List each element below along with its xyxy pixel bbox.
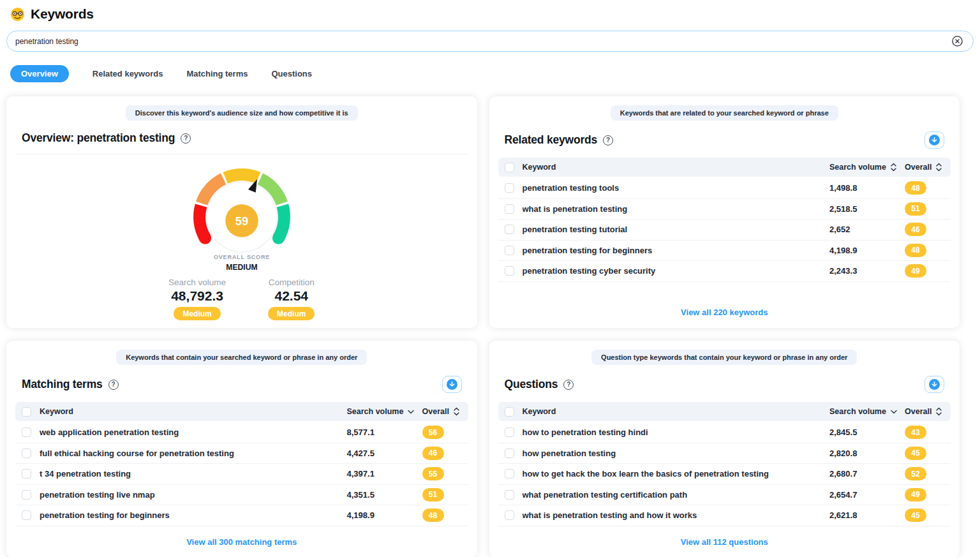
keyword-cell: what is penetration testing and how it w… xyxy=(523,510,830,520)
row-checkbox[interactable] xyxy=(505,225,514,234)
keyword-cell: what penetration testing certification p… xyxy=(523,490,830,500)
overall-score-badge: 51 xyxy=(422,488,444,501)
stat-label: Competition xyxy=(268,278,315,287)
questions-card-description: Question type keywords that contain your… xyxy=(591,350,857,365)
download-icon xyxy=(929,379,940,390)
row-checkbox[interactable] xyxy=(22,490,31,500)
row-checkbox[interactable] xyxy=(505,266,514,276)
keyword-cell: penetration testing tutorial xyxy=(523,225,830,234)
select-all-checkbox[interactable] xyxy=(22,407,31,417)
search-input[interactable] xyxy=(15,37,950,46)
status-badge: Medium xyxy=(174,307,220,320)
overall-score-badge: 51 xyxy=(905,202,926,216)
table-row: penetration testing live nmap 4,351.5 51 xyxy=(15,485,468,506)
overview-card-description: Discover this keyword's audience size an… xyxy=(126,105,358,121)
tab-questions[interactable]: Questions xyxy=(271,65,312,82)
row-checkbox[interactable] xyxy=(22,510,31,520)
download-icon xyxy=(447,379,457,390)
column-header-search-volume[interactable]: Search volume xyxy=(829,407,905,416)
column-header-search-volume[interactable]: Search volume xyxy=(829,163,905,172)
tab-related-keywords[interactable]: Related keywords xyxy=(93,65,163,82)
nerd-face-emoji xyxy=(10,7,25,22)
questions-card: Question type keywords that contain your… xyxy=(489,341,960,557)
column-header-overall[interactable]: Overall xyxy=(905,407,944,416)
sort-desc-icon xyxy=(891,410,897,414)
column-header-overall[interactable]: Overall xyxy=(905,163,944,172)
matching-terms-table: Keyword Search volume Overall web applic… xyxy=(15,402,468,526)
keyword-cell: t 34 penetration testing xyxy=(40,469,347,479)
keyword-cell: full ethical hacking course for penetrat… xyxy=(40,449,347,458)
table-row: full ethical hacking course for penetrat… xyxy=(15,443,468,464)
help-icon[interactable]: ? xyxy=(563,380,574,390)
status-badge: Medium xyxy=(268,307,315,320)
column-header-keyword: Keyword xyxy=(523,163,830,172)
app-header: Keywords xyxy=(0,0,980,22)
row-checkbox[interactable] xyxy=(22,449,31,458)
export-button[interactable] xyxy=(924,131,944,149)
close-circle-icon xyxy=(951,35,963,47)
export-button[interactable] xyxy=(924,376,944,393)
row-checkbox[interactable] xyxy=(505,449,514,458)
row-checkbox[interactable] xyxy=(22,427,31,437)
table-header-row: Keyword Search volume Overall xyxy=(15,402,468,421)
tab-matching-terms[interactable]: Matching terms xyxy=(186,65,248,82)
gauge-section: 59 OVERALL SCORE MEDIUM Search volume 48… xyxy=(15,154,468,320)
gauge-score: 59 xyxy=(235,214,248,228)
matching-card-description: Keywords that contain your searched keyw… xyxy=(116,350,367,365)
view-all-matching-terms-link[interactable]: View all 300 matching terms xyxy=(186,537,297,547)
column-header-overall[interactable]: Overall xyxy=(422,407,462,416)
table-row: how to penetration testing hindi 2,845.5… xyxy=(498,422,951,443)
row-checkbox[interactable] xyxy=(505,490,514,500)
keyword-cell: how penetration testing xyxy=(523,449,830,458)
help-icon[interactable]: ? xyxy=(108,380,119,390)
overall-score-badge: 46 xyxy=(905,223,926,236)
keyword-cell: penetration testing tools xyxy=(523,183,830,193)
search-volume-cell: 2,654.7 xyxy=(829,490,905,500)
table-row: penetration testing tools 1,498.8 48 xyxy=(498,178,951,199)
search-volume-cell: 8,577.1 xyxy=(347,427,422,437)
keyword-cell: web application penetration testing xyxy=(40,427,347,437)
row-checkbox[interactable] xyxy=(505,204,514,214)
row-checkbox[interactable] xyxy=(505,469,514,479)
export-button[interactable] xyxy=(442,376,462,393)
table-row: penetration testing cyber security 2,243… xyxy=(498,261,951,282)
row-checkbox[interactable] xyxy=(505,246,514,255)
row-checkbox[interactable] xyxy=(505,183,514,193)
clear-search-button[interactable] xyxy=(950,34,965,48)
overall-score-badge: 56 xyxy=(422,426,444,439)
tab-overview[interactable]: Overview xyxy=(10,65,69,82)
sort-desc-icon xyxy=(408,410,414,414)
help-icon[interactable]: ? xyxy=(181,133,191,144)
table-header-row: Keyword Search volume Overall xyxy=(498,158,951,177)
row-checkbox[interactable] xyxy=(505,427,514,437)
row-checkbox[interactable] xyxy=(22,469,31,479)
tab-bar: Overview Related keywords Matching terms… xyxy=(0,52,980,82)
overall-score-gauge: 59 OVERALL SCORE MEDIUM xyxy=(181,160,303,274)
keyword-cell: penetration testing for beginners xyxy=(523,246,830,255)
row-checkbox[interactable] xyxy=(505,510,514,520)
stat-value: 42.54 xyxy=(268,288,315,304)
overall-score-badge: 48 xyxy=(422,509,444,522)
gauge-level: MEDIUM xyxy=(226,263,258,272)
keyword-cell: what is penetration testing xyxy=(523,204,830,214)
sort-icon xyxy=(936,163,942,172)
table-row: what is penetration testing 2,518.5 51 xyxy=(498,199,951,220)
search-volume-cell: 4,397.1 xyxy=(347,469,422,479)
table-row: penetration testing for beginners 4,198.… xyxy=(498,241,951,262)
view-all-questions-link[interactable]: View all 112 questions xyxy=(681,537,768,547)
page-title: Keywords xyxy=(31,6,94,22)
select-all-checkbox[interactable] xyxy=(505,163,514,172)
help-icon[interactable]: ? xyxy=(603,135,613,145)
questions-table: Keyword Search volume Overall how to pen… xyxy=(498,402,951,526)
keyword-cell: how to penetration testing hindi xyxy=(523,427,830,437)
related-card-description: Keywords that are related to your search… xyxy=(611,105,838,121)
search-bar xyxy=(6,31,974,52)
keyword-cell: penetration testing for beginners xyxy=(40,510,347,520)
table-row: how penetration testing 2,820.8 45 xyxy=(498,443,951,464)
matching-card-title: Matching terms xyxy=(22,378,103,391)
view-all-keywords-link[interactable]: View all 220 keywords xyxy=(681,308,768,317)
column-header-search-volume[interactable]: Search volume xyxy=(347,407,422,416)
select-all-checkbox[interactable] xyxy=(505,407,514,417)
questions-card-title: Questions xyxy=(505,378,558,391)
table-row: what penetration testing certification p… xyxy=(498,485,951,506)
